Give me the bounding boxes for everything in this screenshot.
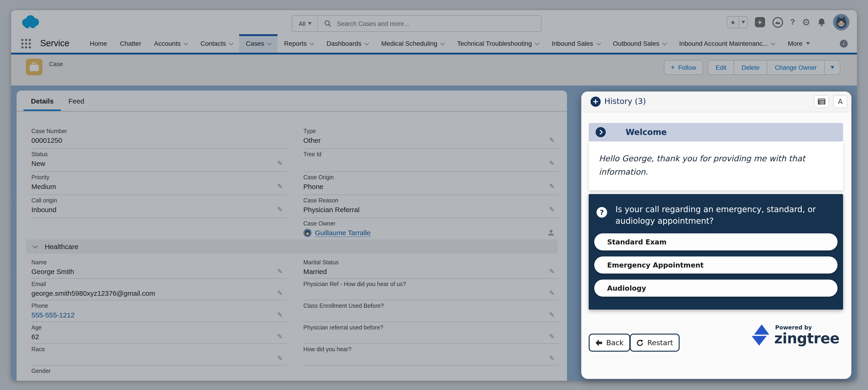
node-message: Hello George, thank you for providing me…	[589, 141, 831, 179]
zingtree-panel: + History (3) A Welcome Hello George, th…	[581, 91, 851, 379]
option-emergency-appointment[interactable]: Emergency Appointment	[594, 256, 838, 274]
question-icon: ?	[596, 207, 607, 218]
back-button[interactable]: Back	[589, 334, 630, 352]
welcome-node-card: Welcome Hello George, thank you for prov…	[589, 123, 843, 190]
zingtree-wordmark: zingtree	[774, 331, 839, 346]
zingtree-branding: Powered by zingtree	[751, 325, 839, 346]
text-size-button[interactable]: A	[833, 95, 847, 108]
history-title: History (3)	[604, 96, 646, 106]
list-view-button[interactable]	[814, 95, 829, 108]
option-audiology[interactable]: Audiology	[594, 280, 838, 297]
node-title: Welcome	[626, 128, 667, 137]
history-expand-icon[interactable]: +	[591, 96, 601, 107]
restart-button[interactable]: Restart	[630, 334, 679, 352]
zingtree-logo-icon	[751, 325, 770, 346]
node-title-bar: Welcome	[589, 123, 843, 141]
question-text: Is your call regarding an emergency, sta…	[615, 204, 823, 226]
screen: All ★ + ? ⚙	[0, 0, 868, 390]
panel-header: + History (3) A	[581, 91, 851, 112]
option-standard-exam[interactable]: Standard Exam	[594, 233, 838, 250]
node-message-body: Hello George, thank you for providing me…	[589, 141, 843, 190]
question-box: ? Is your call regarding an emergency, s…	[589, 194, 843, 310]
restart-icon	[636, 339, 644, 346]
chevron-right-icon	[596, 127, 606, 137]
back-arrow-icon	[595, 339, 602, 346]
